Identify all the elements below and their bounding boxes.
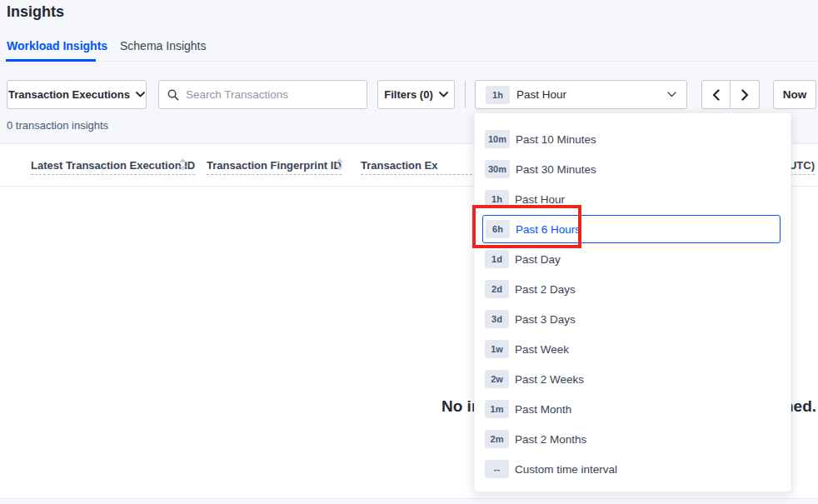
time-option-label: Past 10 Minutes <box>516 133 596 146</box>
time-option-badge: 30m <box>485 160 510 178</box>
workload-type-select[interactable]: Transaction Executions <box>7 80 147 109</box>
time-option-1m[interactable]: 1m Past Month <box>475 394 791 424</box>
search-icon <box>167 89 179 101</box>
time-option-2d[interactable]: 2d Past 2 Days <box>475 274 791 304</box>
time-option-badge: -- <box>485 460 509 478</box>
time-range-dropdown: 10m Past 10 Minutes 30m Past 30 Minutes … <box>474 112 791 492</box>
time-option-badge: 2w <box>485 370 509 388</box>
time-option-label: Past Week <box>515 343 569 356</box>
sort-icon[interactable] <box>179 158 187 171</box>
time-option-10m[interactable]: 10m Past 10 Minutes <box>475 124 791 154</box>
time-option-1d[interactable]: 1d Past Day <box>475 244 791 274</box>
time-option-badge: 2d <box>485 280 509 298</box>
time-option-label: Past Hour <box>515 193 565 206</box>
column-header-transaction-ex[interactable]: Transaction Ex <box>361 159 472 175</box>
toolbar-divider <box>465 81 466 108</box>
time-option-custom[interactable]: -- Custom time interval <box>475 454 791 484</box>
column-header-txn-fingerprint-id[interactable]: Transaction Fingerprint ID <box>207 159 342 175</box>
time-option-2m[interactable]: 2m Past 2 Months <box>475 424 791 454</box>
time-option-badge: 1d <box>485 250 509 268</box>
workload-type-label: Transaction Executions <box>8 88 130 101</box>
chevron-left-icon <box>712 89 720 101</box>
filters-label: Filters (0) <box>384 88 433 101</box>
time-range-select[interactable]: 1h Past Hour <box>475 80 687 109</box>
prev-range-button[interactable] <box>701 80 731 109</box>
results-count: 0 transaction insights <box>7 119 108 132</box>
tab-workload-insights[interactable]: Workload Insights <box>7 39 107 52</box>
time-option-badge: 3d <box>485 310 509 328</box>
time-option-badge: 1w <box>485 340 509 358</box>
time-option-label: Past 2 Weeks <box>515 373 584 386</box>
time-option-30m[interactable]: 30m Past 30 Minutes <box>475 154 791 184</box>
time-range-label: Past Hour <box>516 88 661 101</box>
time-option-label: Past 2 Months <box>515 433 586 446</box>
time-option-label: Past 30 Minutes <box>516 163 596 176</box>
now-label: Now <box>783 88 807 101</box>
time-option-badge: 10m <box>485 130 510 148</box>
chevron-down-icon <box>667 92 676 97</box>
time-option-label: Custom time interval <box>515 463 617 476</box>
now-button[interactable]: Now <box>773 80 816 109</box>
chevron-down-icon <box>136 92 145 97</box>
time-option-badge: 2m <box>485 430 509 448</box>
filters-button[interactable]: Filters (0) <box>377 80 455 109</box>
search-input[interactable] <box>186 88 358 101</box>
time-range-badge: 1h <box>486 86 510 104</box>
page-title: Insights <box>7 3 64 21</box>
chevron-down-icon <box>439 92 448 97</box>
search-box <box>158 80 367 109</box>
time-option-label: Past 2 Days <box>515 283 576 296</box>
time-option-1h[interactable]: 1h Past Hour <box>475 184 791 214</box>
time-option-badge: 1h <box>485 190 509 208</box>
time-option-1w[interactable]: 1w Past Week <box>475 334 791 364</box>
time-option-label: Past Month <box>515 403 571 416</box>
tab-schema-insights[interactable]: Schema Insights <box>120 39 207 52</box>
time-option-2w[interactable]: 2w Past 2 Weeks <box>475 364 791 394</box>
column-header-latest-txn-exec-id[interactable]: Latest Transaction Execution ID <box>31 159 195 175</box>
time-option-badge: 1m <box>485 400 509 418</box>
time-option-badge: 6h <box>486 220 510 238</box>
next-range-button[interactable] <box>731 80 760 109</box>
time-option-6h[interactable]: 6h Past 6 Hours <box>482 215 781 243</box>
sort-icon[interactable] <box>336 158 343 171</box>
time-option-3d[interactable]: 3d Past 3 Days <box>475 304 791 334</box>
time-option-label: Past Day <box>515 253 561 266</box>
time-option-label: Past 3 Days <box>515 313 576 326</box>
time-option-label: Past 6 Hours <box>516 223 581 236</box>
active-tab-underline <box>6 59 96 62</box>
tab-bar: Workload Insights Schema Insights <box>0 33 818 62</box>
insights-page: Insights Workload Insights Schema Insigh… <box>0 0 818 504</box>
chevron-right-icon <box>741 89 749 101</box>
time-range-arrows <box>701 80 760 109</box>
